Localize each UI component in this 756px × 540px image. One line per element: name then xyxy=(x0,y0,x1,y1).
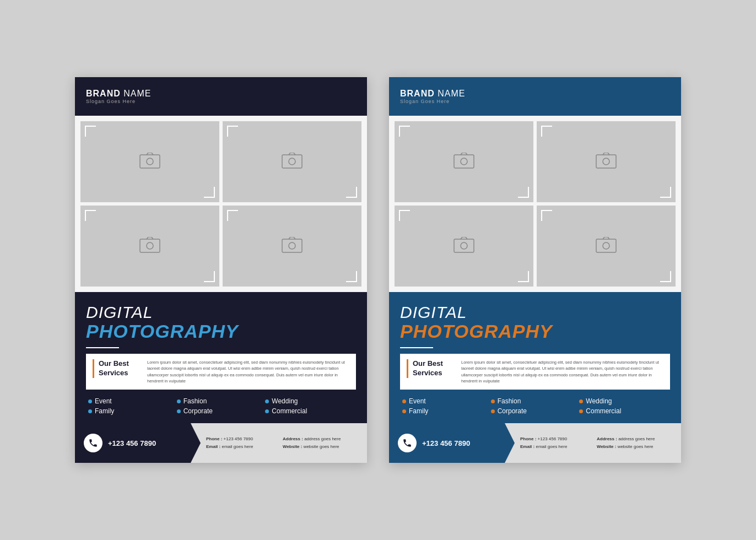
service-family-dark: Family xyxy=(88,407,177,415)
brand-light: NAME xyxy=(121,89,152,98)
services-label-text-dark: Our BestServices xyxy=(99,359,139,378)
brand-name-blue: BRAND NAME xyxy=(400,89,465,99)
phone-icon xyxy=(402,438,412,448)
service-corporate-dark: Corporate xyxy=(177,407,266,415)
service-label: Fashion xyxy=(183,397,207,405)
flyer-blue-header: BRAND NAME Slogan Goes Here xyxy=(389,77,681,116)
services-desc-blue: Lorem ipsum dolor sit amet, consectetuer… xyxy=(461,359,663,384)
title-divider-dark xyxy=(86,347,119,348)
bullet-icon xyxy=(491,399,495,403)
service-fashion-dark: Fashion xyxy=(177,397,266,405)
flyer-blue-content: DIGITAL PHOTOGRAPHY Our BestServices Lor… xyxy=(389,292,681,423)
services-label-dark: Our BestServices xyxy=(93,359,139,378)
address-label: Address : xyxy=(597,436,618,441)
bullet-icon xyxy=(402,409,406,413)
phone-icon-wrap-dark xyxy=(84,434,102,452)
service-event-dark: Event xyxy=(88,397,177,405)
flyer-dark-footer: +123 456 7890 Phone : +123 456 7890 Emai… xyxy=(75,423,367,463)
service-family-blue: Family xyxy=(402,407,491,415)
service-label: Corporate xyxy=(183,407,213,415)
phone-icon-wrap-blue xyxy=(398,434,417,452)
photo-placeholder-icon xyxy=(453,153,475,170)
svg-point-1 xyxy=(147,158,153,165)
svg-rect-8 xyxy=(454,155,474,168)
email-label: Email : xyxy=(520,444,536,449)
svg-rect-6 xyxy=(282,239,302,252)
footer-phone-info-dark: Phone : +123 456 7890 Email : email goes… xyxy=(206,435,283,451)
footer-phone-blue: +123 456 7890 xyxy=(389,423,505,463)
brand-bold: BRAND xyxy=(86,89,121,98)
service-label: Family xyxy=(409,407,428,415)
email-label: Email : xyxy=(206,444,222,449)
photo-cell-5 xyxy=(395,121,533,202)
photo-placeholder-icon xyxy=(139,153,161,170)
flyer-blue-footer: +123 456 7890 Phone : +123 456 7890 Emai… xyxy=(389,423,681,463)
service-label: Fashion xyxy=(498,397,521,405)
svg-point-11 xyxy=(603,158,609,165)
svg-point-15 xyxy=(603,242,609,249)
services-label-text-blue: Our BestServices xyxy=(413,359,453,378)
service-label: Wedding xyxy=(272,397,298,405)
flyer-blue: BRAND NAME Slogan Goes Here xyxy=(389,77,681,463)
service-label: Family xyxy=(95,407,114,415)
brand-bold: BRAND xyxy=(400,89,435,98)
services-desc-dark: Lorem ipsum dolor sit amet, consectetuer… xyxy=(147,359,349,384)
bullet-icon xyxy=(491,409,495,413)
page-wrapper: BRAND NAME Slogan Goes Here xyxy=(75,77,681,463)
bullet-icon xyxy=(265,399,269,403)
title-divider-blue xyxy=(400,347,433,348)
photo-placeholder-icon xyxy=(595,153,617,170)
brand-block-dark: BRAND NAME Slogan Goes Here xyxy=(86,89,151,104)
photo-cell-3 xyxy=(80,206,219,287)
photo-grid-blue xyxy=(389,116,681,292)
photo-placeholder-icon xyxy=(281,237,303,255)
bullet-icon xyxy=(88,399,92,403)
brand-light: NAME xyxy=(435,89,466,98)
svg-point-5 xyxy=(147,242,153,249)
bullet-icon xyxy=(402,399,406,403)
website-label: Website : xyxy=(283,444,304,449)
svg-point-9 xyxy=(461,158,467,165)
photo-cell-8 xyxy=(537,206,676,287)
service-corporate-blue: Corporate xyxy=(491,407,580,415)
photo-placeholder-icon xyxy=(453,237,475,255)
service-label: Wedding xyxy=(586,397,612,405)
brand-slogan-blue: Slogan Goes Here xyxy=(400,99,465,104)
bullet-icon xyxy=(579,399,583,403)
svg-rect-4 xyxy=(140,239,160,252)
flyer-dark-content: DIGITAL PHOTOGRAPHY Our BestServices Lor… xyxy=(75,292,367,423)
footer-address-info-blue: Address : address goes here Website : we… xyxy=(597,435,673,451)
svg-rect-2 xyxy=(282,155,302,168)
service-label: Event xyxy=(95,397,112,405)
brand-block-blue: BRAND NAME Slogan Goes Here xyxy=(400,89,465,104)
service-commercial-dark: Commercial xyxy=(265,407,354,415)
service-event-blue: Event xyxy=(402,397,491,405)
footer-info-dark: Phone : +123 456 7890 Email : email goes… xyxy=(191,423,367,463)
photo-placeholder-icon xyxy=(139,237,161,255)
bullet-icon xyxy=(579,409,583,413)
services-block-dark: Our BestServices Lorem ipsum dolor sit a… xyxy=(86,354,356,390)
website-label: Website : xyxy=(597,444,618,449)
svg-rect-14 xyxy=(596,239,616,252)
services-list-blue: Event Fashion Wedding Family Corporate C… xyxy=(400,397,670,415)
title-photography-dark: PHOTOGRAPHY xyxy=(86,321,356,342)
bullet-icon xyxy=(88,409,92,413)
flyer-dark-header: BRAND NAME Slogan Goes Here xyxy=(75,77,367,116)
service-label: Event xyxy=(409,397,426,405)
footer-address-info-dark: Address : address goes here Website : we… xyxy=(283,435,359,451)
photo-cell-6 xyxy=(537,121,676,202)
title-digital-blue: DIGITAL xyxy=(400,303,670,321)
svg-rect-0 xyxy=(140,155,160,168)
photo-cell-7 xyxy=(395,206,533,287)
svg-point-13 xyxy=(461,242,467,249)
bullet-icon xyxy=(265,409,269,413)
service-wedding-blue: Wedding xyxy=(579,397,668,405)
svg-point-7 xyxy=(289,242,295,249)
phone-label: Phone : xyxy=(520,436,538,441)
service-label: Commercial xyxy=(272,407,307,415)
svg-rect-12 xyxy=(454,239,474,252)
photo-placeholder-icon xyxy=(595,237,617,255)
title-photography-blue: PHOTOGRAPHY xyxy=(400,321,670,342)
brand-name-dark: BRAND NAME xyxy=(86,89,151,99)
service-label: Commercial xyxy=(586,407,621,415)
